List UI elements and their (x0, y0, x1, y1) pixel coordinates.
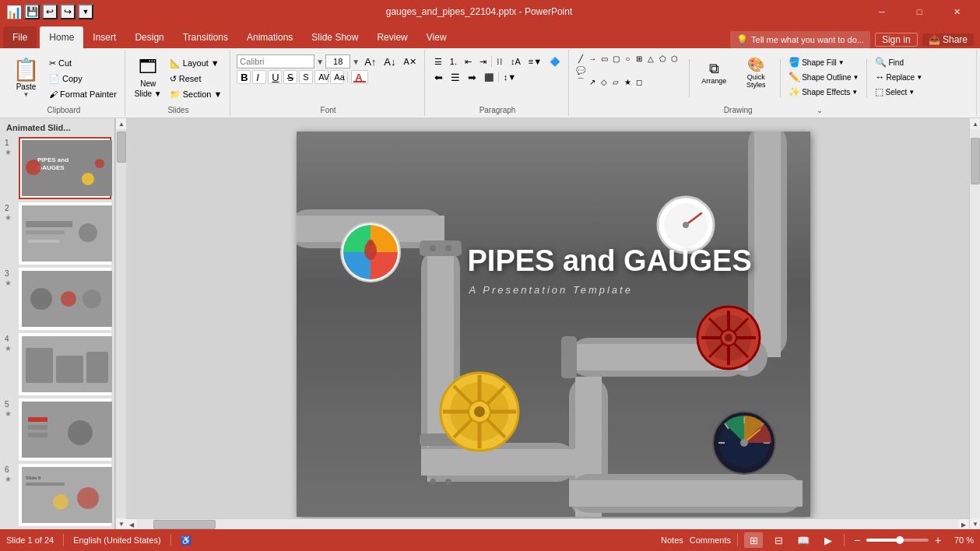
reading-view-button[interactable]: 📖 (794, 532, 813, 548)
tab-animations[interactable]: Animations (237, 26, 302, 48)
hexagon-shape[interactable]: ⬡ (669, 53, 680, 64)
increase-indent-button[interactable]: ⇥ (476, 54, 490, 68)
minimize-button[interactable]: ─ (865, 0, 899, 23)
text-direction-button[interactable]: ↕A (508, 54, 524, 68)
canvas-scrollbar-horizontal[interactable]: ◀ ▶ (126, 518, 969, 529)
decrease-font-button[interactable]: A↓ (381, 54, 399, 68)
format-painter-button[interactable]: 🖌 Format Painter (46, 87, 120, 101)
pentagon-shape[interactable]: ⬠ (657, 53, 668, 64)
align-text-button[interactable]: ≡▼ (525, 54, 545, 68)
justify-button[interactable]: ⬛ (481, 70, 497, 84)
bold-button[interactable]: B (237, 70, 251, 84)
connector-shape[interactable]: ↗ (587, 76, 598, 87)
zoom-out-button[interactable]: − (851, 534, 863, 546)
save-button[interactable]: 💾 (24, 4, 40, 19)
new-slide-button[interactable]: 🗔 New Slide ▼ (132, 54, 165, 100)
roundrect-shape[interactable]: ▢ (610, 53, 621, 64)
notes-button[interactable]: Notes (661, 535, 683, 545)
shape-effects-button[interactable]: ✨ Shape Effects ▼ (785, 86, 862, 98)
smartart-button[interactable]: 🔷 (546, 54, 564, 68)
sign-in-button[interactable]: Sign in (875, 33, 918, 47)
copy-button[interactable]: 📄 Copy (46, 72, 120, 86)
slide-thumb-3[interactable] (19, 268, 111, 330)
undo-button[interactable]: ↩ (42, 4, 58, 19)
slide-thumb-4[interactable] (19, 333, 111, 395)
decrease-indent-button[interactable]: ⇤ (462, 54, 475, 68)
reset-button[interactable]: ↺ Reset (167, 72, 226, 86)
curve-shape[interactable]: ⌒ (575, 76, 586, 87)
underline-button[interactable]: U (268, 70, 282, 84)
bullets-button[interactable]: ☰ (431, 54, 445, 68)
tab-view[interactable]: View (417, 26, 456, 48)
tab-review[interactable]: Review (367, 26, 416, 48)
scroll-up-arrow[interactable]: ▲ (116, 118, 127, 129)
slide-thumb-5[interactable] (19, 398, 111, 461)
align-left-button[interactable]: ⬅ (431, 70, 446, 84)
select-button[interactable]: ⬚ Select ▼ (872, 86, 926, 98)
normal-view-button[interactable]: ⊞ (744, 532, 763, 548)
arrow-shape[interactable]: → (587, 53, 598, 64)
canvas-scroll-thumb-v[interactable] (971, 138, 980, 184)
line-spacing-button[interactable]: ↕▼ (501, 70, 519, 84)
replace-button[interactable]: ↔ Replace ▼ (872, 71, 926, 83)
scroll-down-arrow[interactable]: ▼ (116, 518, 127, 529)
parallelogram-shape[interactable]: ▱ (610, 76, 621, 87)
canvas-scroll-down[interactable]: ▼ (970, 518, 980, 529)
spacing-button[interactable]: AV (314, 70, 328, 84)
cut-button[interactable]: ✂ Cut (46, 56, 120, 70)
accessibility-button[interactable]: ♿ (181, 535, 191, 546)
strikethrough-button[interactable]: S̶ (283, 70, 297, 84)
zoom-level[interactable]: 70 % (947, 535, 974, 545)
shape-fill-button[interactable]: 🪣 Shape Fill ▼ (785, 56, 862, 68)
flowchart-shape[interactable]: ◻ (634, 76, 645, 87)
comments-button[interactable]: Comments (690, 535, 731, 545)
font-size-input[interactable] (325, 54, 350, 68)
star-shape[interactable]: ★ (622, 76, 633, 87)
maximize-button[interactable]: □ (902, 0, 936, 23)
zoom-in-button[interactable]: + (932, 534, 944, 546)
section-button[interactable]: 📁 Section ▼ (167, 87, 226, 101)
callout-shape[interactable]: 💬 (575, 65, 586, 75)
shape-outline-button[interactable]: ✏️ Shape Outline ▼ (785, 71, 862, 83)
tell-me-input[interactable]: 💡 Tell me what you want to do... (730, 31, 870, 48)
slide-thumb-2[interactable] (19, 202, 111, 265)
rect-shape[interactable]: ▭ (599, 53, 609, 64)
customize-qat-button[interactable]: ▼ (78, 4, 93, 19)
tab-transitions[interactable]: Transitions (174, 26, 237, 48)
clear-format-button[interactable]: A✕ (400, 54, 419, 68)
oval-shape[interactable]: ○ (622, 53, 633, 64)
slide-canvas[interactable]: PIPES and GAUGES A Presentation Template (297, 132, 810, 517)
line-shape[interactable]: ╱ (575, 53, 586, 64)
font-color-button[interactable]: A (351, 70, 368, 84)
canvas-scroll-right[interactable]: ▶ (958, 519, 969, 529)
align-right-button[interactable]: ➡ (465, 70, 479, 84)
tab-design[interactable]: Design (125, 26, 173, 48)
paste-button[interactable]: 📋 Paste ▼ (8, 54, 44, 100)
case-button[interactable]: Aa (330, 70, 344, 84)
tab-home[interactable]: Home (40, 26, 83, 48)
scroll-thumb[interactable] (117, 132, 126, 163)
tab-slideshow[interactable]: Slide Show (302, 26, 367, 48)
italic-button[interactable]: I (252, 70, 266, 84)
slide-thumb-1[interactable]: PIPES and GAUGES (19, 137, 111, 199)
triangle-shape[interactable]: △ (645, 53, 656, 64)
quick-styles-button[interactable]: 🎨 Quick Styles (736, 53, 775, 92)
slide-sorter-button[interactable]: ⊟ (769, 532, 788, 548)
columns-button[interactable]: ⁞⁞ (494, 54, 506, 68)
slideshow-button[interactable]: ▶ (819, 532, 838, 548)
diamond-shape[interactable]: ◇ (599, 76, 609, 87)
slide-thumb-6[interactable]: Slide 6 (19, 464, 111, 526)
tab-file[interactable]: File (3, 26, 37, 48)
numbering-button[interactable]: 1. (447, 54, 460, 68)
increase-font-button[interactable]: A↑ (361, 54, 379, 68)
redo-button[interactable]: ↪ (60, 4, 76, 19)
zoom-slider-thumb[interactable] (896, 536, 904, 544)
shadow-button[interactable]: S (299, 70, 313, 84)
canvas-scroll-thumb-h[interactable] (153, 520, 216, 529)
tab-insert[interactable]: Insert (83, 26, 125, 48)
canvas-scrollbar-vertical[interactable]: ▲ ▼ (969, 118, 980, 529)
close-button[interactable]: ✕ (940, 0, 974, 23)
canvas-scroll-up[interactable]: ▲ (970, 118, 980, 129)
align-center-button[interactable]: ☰ (448, 70, 463, 84)
slide-panel-scrollbar[interactable]: ▲ ▼ (115, 118, 126, 529)
